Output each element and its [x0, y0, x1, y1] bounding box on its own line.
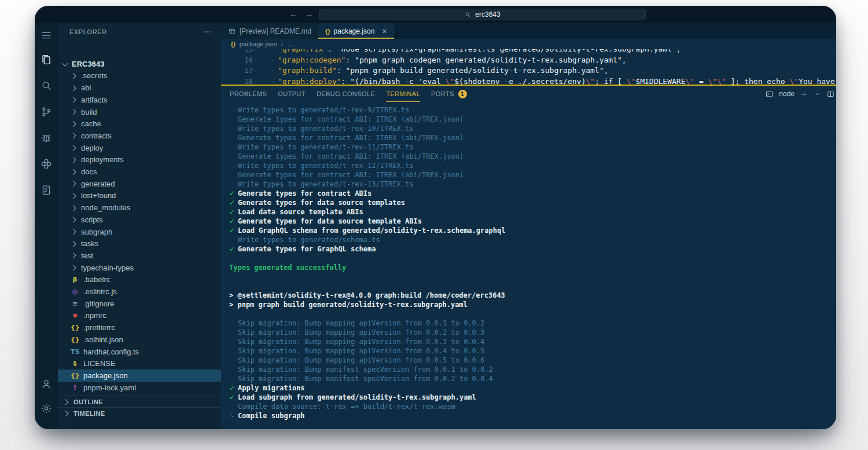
- panel-tab-problems[interactable]: PROBLEMS: [230, 86, 267, 102]
- activity-debug-button[interactable]: [35, 125, 58, 151]
- check-icon: ✓: [229, 383, 238, 393]
- shell-label[interactable]: node: [779, 90, 795, 98]
- folder-label: contracts: [81, 131, 112, 140]
- forward-icon[interactable]: →: [305, 9, 313, 19]
- chevron-down-icon: [61, 61, 68, 67]
- tree-folder-artifacts[interactable]: artifacts: [58, 94, 221, 106]
- chevron-right-icon: [71, 253, 77, 259]
- tree-file-.solhint.json[interactable]: {}.solhint.json: [58, 334, 221, 346]
- sidebar-header: EXPLORER ⋯: [58, 23, 221, 41]
- tree-folder-cache[interactable]: cache: [58, 118, 221, 130]
- back-icon[interactable]: ←: [289, 9, 297, 19]
- tree-folder-.secrets[interactable]: .secrets: [58, 69, 221, 82]
- split-terminal-icon[interactable]: [826, 90, 835, 98]
- panel-tab-ports[interactable]: PORTS1: [431, 86, 467, 102]
- file-label: .eslintrc.js: [83, 287, 117, 296]
- panel-tab-debug-console[interactable]: DEBUG CONSOLE: [317, 86, 375, 102]
- folder-label: test: [81, 251, 93, 260]
- tree-folder-subgraph[interactable]: subgraph: [58, 226, 221, 238]
- tree-folder-test[interactable]: test: [58, 250, 221, 262]
- activity-extensions-button[interactable]: [35, 151, 58, 177]
- line-number: 17: [221, 65, 253, 76]
- tree-folder-deployments[interactable]: deployments: [58, 153, 221, 166]
- tree-folder-abi[interactable]: abi: [58, 82, 221, 94]
- tree-file-package.json[interactable]: {}package.json: [58, 369, 221, 382]
- more-actions-icon[interactable]: ⋯: [203, 27, 212, 37]
- chevron-right-icon: [71, 192, 77, 199]
- tab-label: [Preview] README.md: [240, 27, 311, 35]
- check-icon: ✓: [229, 393, 238, 402]
- terminal-line: ✓Apply migrations: [229, 383, 836, 393]
- new-terminal-icon[interactable]: [800, 90, 808, 98]
- activity-menu-button[interactable]: [35, 24, 58, 46]
- tree-file-.babelrc[interactable]: β.babelrc: [58, 273, 221, 286]
- terminal-line: > pnpm graph build generated/solidity-t-…: [229, 300, 836, 309]
- tree-root-erc3643[interactable]: ERC3643: [58, 58, 221, 70]
- tab--preview-readme.md[interactable]: [Preview] README.md: [221, 23, 318, 39]
- activity-files-button[interactable]: [35, 46, 58, 72]
- close-icon[interactable]: ×: [382, 27, 387, 35]
- tree-file-.eslintrc.js[interactable]: ◎.eslintrc.js: [58, 286, 221, 298]
- explorer-sidebar: EXPLORER ⋯ ERC3643.secretsabiartifactsbu…: [58, 23, 221, 429]
- panel-tab-terminal[interactable]: TERMINAL: [386, 86, 420, 102]
- activity-source-control-button[interactable]: [35, 98, 58, 125]
- chevron-right-icon: [71, 265, 77, 271]
- activity-tasks-button[interactable]: [35, 177, 58, 203]
- outline-section[interactable]: OUTLINE: [58, 396, 221, 407]
- timeline-label: TIMELINE: [73, 410, 105, 417]
- chevron-right-icon: [71, 97, 77, 103]
- preview-icon: [228, 27, 236, 35]
- timeline-section[interactable]: TIMELINE: [58, 407, 221, 419]
- chevron-down-icon[interactable]: [814, 90, 821, 98]
- code-editor[interactable]: 15····"graph:fix": "node scripts/fix-gra…: [221, 49, 836, 86]
- panel-tab-label: OUTPUT: [278, 90, 306, 97]
- command-center-search[interactable]: erc3643: [319, 9, 646, 20]
- breadcrumb[interactable]: {} package.json › …: [221, 39, 836, 49]
- tree-file-pnpm-lock.yaml[interactable]: !pnpm-lock.yaml: [58, 382, 221, 394]
- check-icon: ✓: [229, 226, 238, 235]
- tree-file-hardhat.config.ts[interactable]: TShardhat.config.ts: [58, 346, 221, 358]
- activity-search-button[interactable]: [35, 72, 58, 98]
- chevron-right-icon: [71, 72, 77, 79]
- spinner-icon: ∴: [229, 411, 238, 420]
- json-file-icon: {}: [71, 335, 79, 344]
- folder-label: node_modules: [81, 203, 130, 212]
- tree-file-.gitignore[interactable]: ≡.gitignore: [58, 298, 221, 310]
- terminal-line: Write types to generated/t-rex-9/ITREX.t…: [229, 105, 836, 115]
- terminal-line: ✓Load data source template ABIs: [229, 207, 836, 217]
- folder-label: deployments: [81, 155, 124, 164]
- indent-guide: ····: [253, 65, 278, 76]
- file-label: pnpm-lock.yaml: [83, 383, 136, 392]
- tree-folder-typechain-types[interactable]: typechain-types: [58, 262, 221, 274]
- panel-tab-label: DEBUG CONSOLE: [317, 90, 375, 97]
- tree-folder-scripts[interactable]: scripts: [58, 214, 221, 226]
- terminal-line: Write types to generated/schema.ts: [229, 235, 836, 244]
- tree-file-LICENSE[interactable]: §LICENSE: [58, 357, 221, 369]
- tree-folder-contracts[interactable]: contracts: [58, 130, 221, 142]
- tree-folder-docs[interactable]: docs: [58, 166, 221, 178]
- tree-folder-generated[interactable]: generated: [58, 178, 221, 190]
- activity-settings-button[interactable]: [35, 395, 58, 421]
- terminal-line: Write types to generated/t-rex-10/ITREX.…: [229, 124, 836, 133]
- tab-package.json[interactable]: {}package.json×: [318, 23, 393, 39]
- tree-folder-node_modules[interactable]: node_modules: [58, 202, 221, 214]
- terminal-line: Write types to generated/t-rex-11/ITREX.…: [229, 142, 836, 152]
- terminal-line: Generate types for contract ABI: ITREX (…: [229, 170, 836, 180]
- tree-folder-build[interactable]: build: [58, 106, 221, 118]
- code-line-15: 15····"graph:fix": "node scripts/fix-gra…: [221, 49, 836, 55]
- folder-label: scripts: [81, 215, 103, 224]
- check-icon: ✓: [229, 217, 238, 226]
- source-control-icon: [40, 105, 53, 118]
- tree-folder-tasks[interactable]: tasks: [58, 237, 221, 250]
- tree-folder-deploy[interactable]: deploy: [58, 142, 221, 154]
- chevron-right-icon: [63, 410, 69, 416]
- extensions-icon: [40, 158, 53, 170]
- terminal-output[interactable]: Write types to generated/t-rex-9/ITREX.t…: [221, 102, 836, 429]
- tree-file-.prettierrc[interactable]: {}.prettierrc: [58, 321, 221, 334]
- activity-account-button[interactable]: [35, 373, 58, 395]
- activity-bar-bottom: [35, 373, 58, 429]
- panel-tab-output[interactable]: OUTPUT: [278, 86, 306, 102]
- terminal-line: Skip migration: Bump mapping apiVersion …: [229, 356, 836, 365]
- tree-file-.npmrc[interactable]: ■.npmrc: [58, 309, 221, 321]
- tree-folder-lost+found[interactable]: lost+found: [58, 189, 221, 202]
